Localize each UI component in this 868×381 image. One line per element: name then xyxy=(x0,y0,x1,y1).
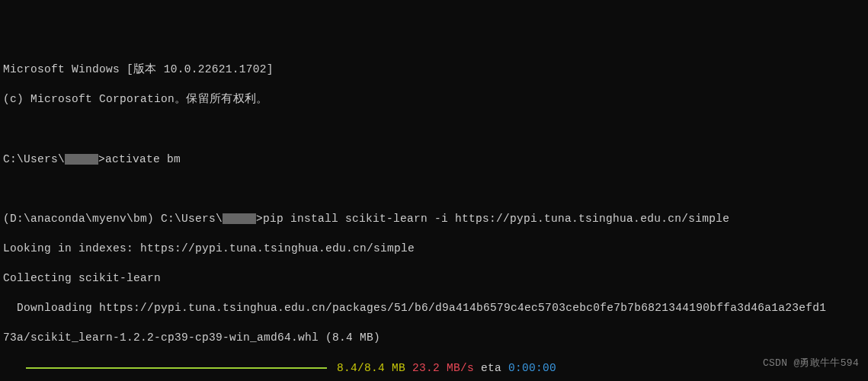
download-sklearn-a: Downloading https://pypi.tuna.tsinghua.e… xyxy=(3,301,865,316)
prompt-path: C:\Users\ xyxy=(3,153,65,165)
progress-eta-label: eta xyxy=(481,362,501,374)
progress-speed: 23.2 MB/s xyxy=(412,362,474,374)
watermark: CSDN @勇敢牛牛594 xyxy=(763,357,859,370)
progress-bar-icon xyxy=(26,367,327,369)
blank-line-2 xyxy=(3,182,865,197)
progress-size: 8.4/8.4 MB xyxy=(337,362,405,374)
header-line-2: (c) Microsoft Corporation。保留所有权利。 xyxy=(3,92,865,107)
prompt-line-1[interactable]: C:\Users\>activate bm xyxy=(3,152,865,168)
redacted-user-2 xyxy=(223,213,256,224)
prompt-cmd-1: >activate bm xyxy=(98,153,181,165)
progress-sklearn: 8.4/8.4 MB 23.2 MB/s eta 0:00:00 xyxy=(3,361,865,376)
download-sklearn-b: 73a/scikit_learn-1.2.2-cp39-cp39-win_amd… xyxy=(3,331,865,346)
blank-line xyxy=(3,123,865,138)
prompt-env: (D:\anaconda\myenv\bm) C:\Users\ xyxy=(3,213,223,225)
looking-indexes: Looking in indexes: https://pypi.tuna.ts… xyxy=(3,242,865,257)
collecting-sklearn: Collecting scikit-learn xyxy=(3,271,865,287)
prompt-cmd-2: >pip install scikit-learn -i https://pyp… xyxy=(256,213,729,225)
progress-time: 0:00:00 xyxy=(508,362,556,374)
prompt-line-2[interactable]: (D:\anaconda\myenv\bm) C:\Users\>pip ins… xyxy=(3,212,865,227)
redacted-user-1 xyxy=(65,154,98,165)
header-line-1: Microsoft Windows [版本 10.0.22621.1702] xyxy=(3,62,865,78)
